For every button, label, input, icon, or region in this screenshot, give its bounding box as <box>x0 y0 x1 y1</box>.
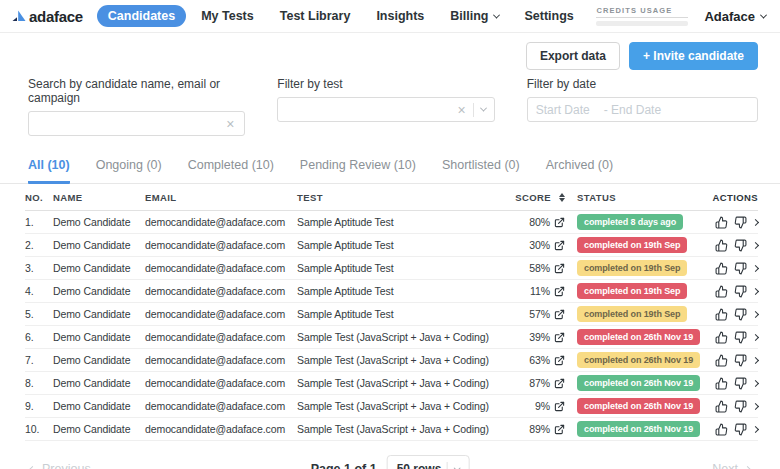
candidate-name: Demo Candidate <box>53 331 145 343</box>
external-link-icon[interactable] <box>554 240 565 251</box>
thumbs-down-icon[interactable] <box>734 285 747 298</box>
chevron-right-icon[interactable] <box>752 264 759 271</box>
external-link-icon[interactable] <box>554 378 565 389</box>
chevron-right-icon[interactable] <box>752 356 759 363</box>
nav-item-test-library[interactable]: Test Library <box>269 5 362 27</box>
chevron-right-icon[interactable] <box>752 218 759 225</box>
tab-shortlisted[interactable]: Shortlisted (0) <box>442 158 520 184</box>
chevron-left-icon <box>29 465 36 469</box>
date-range-input[interactable]: Start Date - End Date <box>527 97 758 122</box>
row-number: 8. <box>25 377 53 389</box>
status-cell: completed 8 days ago <box>565 214 701 230</box>
thumbs-down-icon[interactable] <box>734 377 747 390</box>
chevron-right-icon[interactable] <box>752 241 759 248</box>
invite-candidate-button[interactable]: + Invite candidate <box>629 42 758 70</box>
chevron-down-icon <box>453 464 460 469</box>
col-email: EMAIL <box>145 192 297 203</box>
row-number: 5. <box>25 308 53 320</box>
tab-completed[interactable]: Completed (10) <box>188 158 274 184</box>
chevron-right-icon[interactable] <box>752 379 759 386</box>
external-link-icon[interactable] <box>554 263 565 274</box>
table-row[interactable]: 4. Demo Candidate democandidate@adaface.… <box>25 280 758 303</box>
clear-search-icon[interactable]: × <box>224 117 236 131</box>
thumbs-up-icon[interactable] <box>715 423 728 436</box>
chevron-right-icon[interactable] <box>752 402 759 409</box>
thumbs-up-icon[interactable] <box>715 285 728 298</box>
external-link-icon[interactable] <box>554 355 565 366</box>
table-row[interactable]: 2. Demo Candidate democandidate@adaface.… <box>25 234 758 257</box>
tab-pending-review[interactable]: Pending Review (10) <box>300 158 416 184</box>
thumbs-down-icon[interactable] <box>734 400 747 413</box>
actions-cell <box>701 216 758 229</box>
previous-button[interactable]: Previous <box>30 462 91 469</box>
chevron-down-icon[interactable] <box>480 105 487 112</box>
thumbs-up-icon[interactable] <box>715 308 728 321</box>
external-link-icon[interactable] <box>554 309 565 320</box>
chevron-right-icon[interactable] <box>752 310 759 317</box>
adaface-logo[interactable]: adaface <box>12 8 83 25</box>
account-menu[interactable]: Adaface <box>704 9 766 24</box>
test-name: Sample Test (JavaScript + Java + Coding) <box>297 423 509 435</box>
clear-test-filter-icon[interactable]: × <box>456 103 468 117</box>
search-input[interactable] <box>37 117 224 131</box>
thumbs-up-icon[interactable] <box>715 239 728 252</box>
select-divider <box>446 462 447 469</box>
thumbs-down-icon[interactable] <box>734 331 747 344</box>
chevron-right-icon[interactable] <box>752 333 759 340</box>
chevron-right-icon[interactable] <box>752 287 759 294</box>
thumbs-down-icon[interactable] <box>734 216 747 229</box>
nav-item-billing[interactable]: Billing <box>439 5 509 27</box>
table-row[interactable]: 9. Demo Candidate democandidate@adaface.… <box>25 395 758 418</box>
table-row[interactable]: 7. Demo Candidate democandidate@adaface.… <box>25 349 758 372</box>
tab-archived[interactable]: Archived (0) <box>546 158 613 184</box>
status-cell: completed on 26th Nov 19 <box>565 421 701 437</box>
actions-cell <box>701 308 758 321</box>
external-link-icon[interactable] <box>554 332 565 343</box>
table-row[interactable]: 6. Demo Candidate democandidate@adaface.… <box>25 326 758 349</box>
chevron-right-icon[interactable] <box>752 425 759 432</box>
thumbs-up-icon[interactable] <box>715 331 728 344</box>
score-value: 39% <box>529 331 550 343</box>
nav-item-insights[interactable]: Insights <box>365 5 435 27</box>
nav-item-settings[interactable]: Settings <box>514 5 585 27</box>
test-filter-input[interactable] <box>286 103 455 117</box>
table-row[interactable]: 1. Demo Candidate democandidate@adaface.… <box>25 211 758 234</box>
next-button[interactable]: Next <box>712 462 750 469</box>
test-name: Sample Test (JavaScript + Java + Coding) <box>297 377 509 389</box>
thumbs-up-icon[interactable] <box>715 400 728 413</box>
external-link-icon[interactable] <box>554 286 565 297</box>
score-cell: 9% <box>509 400 565 412</box>
status-cell: completed on 26th Nov 19 <box>565 352 701 368</box>
previous-label: Previous <box>42 462 91 469</box>
thumbs-down-icon[interactable] <box>734 308 747 321</box>
thumbs-down-icon[interactable] <box>734 262 747 275</box>
thumbs-up-icon[interactable] <box>715 354 728 367</box>
external-link-icon[interactable] <box>554 424 565 435</box>
toolbar: Export data + Invite candidate <box>0 33 780 70</box>
table-row[interactable]: 10. Demo Candidate democandidate@adaface… <box>25 418 758 441</box>
tab-all[interactable]: All (10) <box>28 158 70 184</box>
nav-item-my-tests[interactable]: My Tests <box>190 5 265 27</box>
table-row[interactable]: 8. Demo Candidate democandidate@adaface.… <box>25 372 758 395</box>
thumbs-down-icon[interactable] <box>734 354 747 367</box>
thumbs-up-icon[interactable] <box>715 216 728 229</box>
external-link-icon[interactable] <box>554 401 565 412</box>
table-row[interactable]: 5. Demo Candidate democandidate@adaface.… <box>25 303 758 326</box>
col-score[interactable]: SCORE <box>509 192 565 203</box>
nav-item-candidates[interactable]: Candidates <box>97 5 186 27</box>
status-badge: completed on 19th Sep <box>577 306 687 322</box>
rows-per-page-select[interactable]: 50 rows <box>387 455 470 469</box>
pagination: Previous Page 1 of 1 50 rows Next <box>0 454 780 469</box>
credits-usage[interactable]: CREDITS USAGE <box>596 6 688 26</box>
external-link-icon[interactable] <box>554 217 565 228</box>
export-data-button[interactable]: Export data <box>526 42 620 70</box>
thumbs-up-icon[interactable] <box>715 377 728 390</box>
thumbs-down-icon[interactable] <box>734 423 747 436</box>
thumbs-down-icon[interactable] <box>734 239 747 252</box>
thumbs-up-icon[interactable] <box>715 262 728 275</box>
table-row[interactable]: 3. Demo Candidate democandidate@adaface.… <box>25 257 758 280</box>
score-cell: 30% <box>509 239 565 251</box>
tab-ongoing[interactable]: Ongoing (0) <box>96 158 162 184</box>
test-name: Sample Aptitude Test <box>297 262 509 274</box>
account-name: Adaface <box>704 9 755 24</box>
